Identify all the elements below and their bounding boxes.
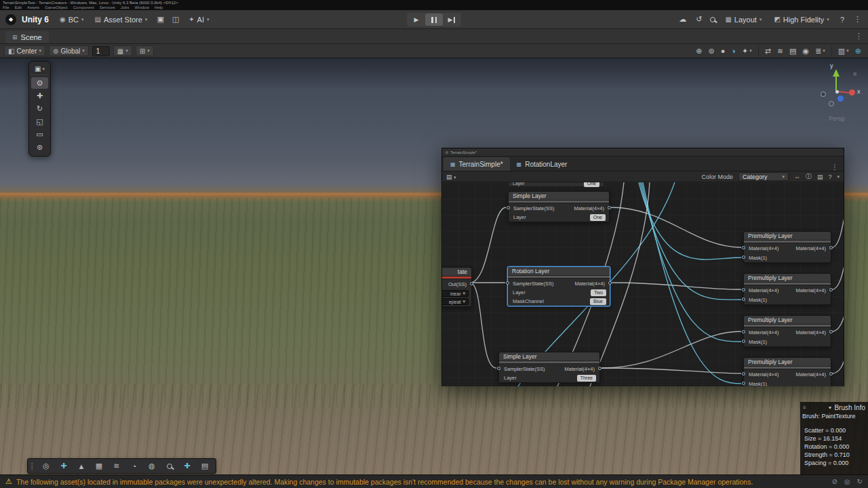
drag-handle-icon[interactable]: ⡇ <box>31 462 35 470</box>
progress-icon[interactable]: ◎ <box>844 478 850 485</box>
edge[interactable] <box>612 283 741 289</box>
rect-tool-button[interactable]: ▭ <box>31 129 48 140</box>
property-value-dropdown[interactable]: Two <box>591 289 606 296</box>
paint-holes-tool-button[interactable]: ◍ <box>143 460 160 472</box>
output-port[interactable] <box>829 372 833 375</box>
output-port[interactable] <box>829 330 833 333</box>
scene-visibility-icon[interactable]: ◉ <box>803 47 810 56</box>
edge[interactable] <box>601 368 741 373</box>
node-rotation-layer[interactable]: Rotation Layer SamplerState(SS) Material… <box>507 266 610 306</box>
node-title[interactable]: Premultiply Layer <box>744 358 831 367</box>
input-port[interactable] <box>497 367 500 370</box>
output-port[interactable] <box>829 246 833 249</box>
package-manager-icon[interactable]: ▣ <box>155 15 165 24</box>
grid-size-input[interactable]: 1 <box>92 46 110 56</box>
node-premultiply-layer-3[interactable]: Premultiply Layer Material(4×4) Material… <box>743 315 831 347</box>
color-mode-dropdown[interactable]: Category ▾ <box>738 172 789 181</box>
grid-visibility-icon[interactable]: ⊕ <box>696 47 702 56</box>
brush-info-header[interactable]: ≡ ▼ Brush Info <box>800 403 868 412</box>
node-title[interactable]: tate <box>442 268 471 277</box>
inspector-toggle-icon[interactable]: ⓘ <box>806 172 812 181</box>
panel-menu-icon[interactable]: ≡ <box>803 405 806 411</box>
rotate-tool-button[interactable]: ↻ <box>31 103 48 115</box>
edge[interactable] <box>832 357 844 373</box>
gizmos-dropdown[interactable]: ▥ ▾ <box>838 47 849 56</box>
component-list-dropdown[interactable]: ≣ ▾ <box>815 47 825 56</box>
paint-texture-tool-button[interactable]: ▤ <box>196 460 213 472</box>
property-value-dropdown[interactable]: One <box>584 182 599 187</box>
output-port[interactable] <box>608 206 611 209</box>
orbit-brush-tool-button[interactable]: ◎ <box>37 460 54 472</box>
node-title[interactable]: Simple Layer <box>509 192 609 201</box>
help-button[interactable]: ? <box>839 16 846 24</box>
render-mode-icon[interactable]: ⊚ <box>708 47 714 56</box>
graph-help-icon[interactable]: ? <box>828 174 831 180</box>
output-port[interactable] <box>829 288 833 291</box>
node-title[interactable]: Simple Layer <box>499 352 599 361</box>
edge[interactable] <box>832 262 844 289</box>
gizmo-projection-label[interactable]: Persp <box>811 115 863 122</box>
node-title[interactable]: Premultiply Layer <box>744 316 831 325</box>
history-icon[interactable]: ↺ <box>694 15 703 24</box>
graph-window-titlebar[interactable]: TerrainSimple* <box>442 148 844 157</box>
property-value-dropdown[interactable]: One <box>590 214 606 221</box>
node-title[interactable]: Premultiply Layer <box>744 274 831 283</box>
input-port[interactable] <box>506 281 509 285</box>
overlay-visibility-dropdown[interactable]: ✦ ▾ <box>742 47 752 56</box>
input-port[interactable] <box>742 256 745 259</box>
status-message[interactable]: The following asset(s) located in immuta… <box>16 478 828 486</box>
camera-target-icon[interactable]: ⊕ <box>855 47 861 56</box>
node-sampler-state-clipped[interactable]: tate Out(SS) inear ▾ epeat ▾ <box>442 267 472 307</box>
account-dropdown[interactable]: ◉ BC ▾ <box>57 14 87 26</box>
wrap-dropdown[interactable]: epeat ▾ <box>442 298 469 305</box>
edge[interactable] <box>601 331 741 368</box>
output-port[interactable] <box>598 367 601 370</box>
gizmo-x-axis-handle[interactable] <box>849 89 855 96</box>
refresh-icon[interactable]: ↻ <box>857 478 863 485</box>
output-port[interactable] <box>470 282 473 285</box>
cloud-icon[interactable]: ☁ <box>677 15 688 24</box>
stamp-tool-button[interactable]: ▦ <box>90 460 107 472</box>
layers-icon[interactable]: ▤ <box>789 47 796 56</box>
increment-snap-dropdown[interactable]: ⊞ ▾ <box>136 45 154 56</box>
terrain-tool-button[interactable]: ⊛ <box>31 142 48 153</box>
edge[interactable] <box>642 182 741 342</box>
node-simple-layer-1[interactable]: Simple Layer SamplerState(SS) Material(4… <box>508 191 610 222</box>
tab-scene[interactable]: ⊞ Scene <box>5 31 49 43</box>
zoom-tool-button[interactable] <box>161 460 178 472</box>
overlay-menu-icon[interactable]: ≡ <box>853 70 856 77</box>
smooth-tool-button[interactable]: ≋ <box>108 460 125 472</box>
menu-gameobject[interactable]: GameObject <box>45 5 68 10</box>
brush-info-panel[interactable]: ≡ ▼ Brush Info Brush: PaintTexture Scatt… <box>800 402 868 474</box>
filter-dropdown[interactable]: inear ▾ <box>442 290 469 297</box>
gizmo-center-handle[interactable] <box>835 90 839 94</box>
edge[interactable] <box>640 182 741 300</box>
effects-toggle-icon[interactable]: ◑ <box>731 47 736 55</box>
property-value-dropdown[interactable]: Blue <box>590 298 606 305</box>
raise-lower-tool-button[interactable]: ▲ <box>73 460 90 472</box>
edge[interactable] <box>639 182 741 260</box>
menu-assets[interactable]: Assets <box>27 5 39 10</box>
graph-more-menu-icon[interactable]: ⋮ <box>827 163 842 171</box>
view-tool-button[interactable]: ⊙ <box>31 77 48 89</box>
shader-graph-window[interactable]: TerrainSimple* ▦ TerrainSimple* ▦ Rotati… <box>441 148 844 386</box>
camera-swap-icon[interactable]: ⇄ <box>765 47 771 56</box>
menu-services[interactable]: Services <box>100 5 115 10</box>
edge[interactable] <box>470 207 506 283</box>
node-title[interactable]: Rotation Layer <box>508 267 610 276</box>
layout-dropdown[interactable]: ▦ Layout ▾ <box>722 14 764 26</box>
gizmo-negative-axis-handle[interactable] <box>829 101 834 106</box>
menu-file[interactable]: File <box>3 5 9 10</box>
more-menu-icon[interactable]: ⋮ <box>852 15 863 24</box>
tab-terrainsimple[interactable]: ▦ TerrainSimple* <box>443 157 510 171</box>
search-icon[interactable] <box>710 17 715 22</box>
edge[interactable] <box>832 312 844 331</box>
input-port[interactable] <box>742 246 745 249</box>
input-port[interactable] <box>742 298 745 301</box>
edge[interactable] <box>643 182 741 384</box>
audio-toggle-icon[interactable]: ≋ <box>777 47 783 56</box>
node-clipped-top[interactable]: Layer One <box>508 182 604 187</box>
handle-space-dropdown[interactable]: ⊚ Global ▾ <box>49 45 89 56</box>
tab-rotationlayer[interactable]: ▦ RotationLayer <box>510 157 574 171</box>
save-asset-button[interactable]: ▤ ▾ <box>446 174 456 180</box>
